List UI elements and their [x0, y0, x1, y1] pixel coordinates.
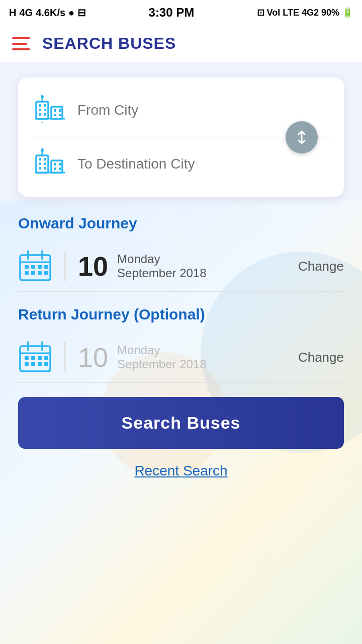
svg-rect-36 [25, 265, 29, 269]
return-journey-section: Return Journey (Optional) 10 Monday [18, 306, 344, 383]
sim-icon: ⊟ [77, 7, 86, 19]
recent-search-link[interactable]: Recent Search [18, 463, 344, 479]
return-date-day: 10 [78, 342, 108, 373]
return-date-info: Monday September 2018 [117, 343, 206, 371]
swap-icon [294, 129, 310, 145]
onward-date-weekday: Monday [117, 252, 206, 266]
return-journey-label: Return Journey (Optional) [18, 306, 344, 323]
svg-rect-25 [59, 163, 61, 166]
network-icon: 4G [19, 7, 33, 19]
svg-rect-21 [44, 163, 46, 165]
svg-rect-52 [25, 362, 29, 366]
svg-rect-55 [44, 362, 48, 366]
page-title: SEARCH BUSES [42, 34, 176, 53]
svg-rect-7 [44, 113, 46, 116]
svg-rect-10 [54, 114, 56, 116]
onward-calendar-icon [18, 249, 52, 283]
hamburger-menu[interactable] [12, 37, 30, 50]
swap-cities-button[interactable] [286, 121, 318, 153]
status-time: 3:30 PM [149, 6, 195, 20]
svg-rect-26 [54, 168, 56, 170]
svg-rect-2 [39, 104, 41, 107]
battery-text: ⊡ Vol LTE 4G2 90% 🔋 [257, 7, 353, 18]
svg-rect-11 [59, 114, 61, 116]
signal-icon: H [9, 7, 16, 19]
onward-date-month: September 2018 [117, 266, 206, 280]
svg-rect-8 [54, 109, 56, 112]
speed-text: 4.6K/s [36, 7, 65, 19]
to-city-row [32, 137, 330, 182]
svg-rect-50 [38, 356, 42, 360]
svg-rect-6 [39, 113, 41, 116]
svg-rect-0 [36, 102, 48, 119]
svg-rect-43 [44, 271, 48, 275]
main-content: Onward Journey 10 Monday [0, 62, 362, 494]
svg-rect-53 [31, 362, 35, 366]
svg-rect-27 [59, 168, 61, 170]
status-bar: H 4G 4.6K/s ● ⊟ 3:30 PM ⊡ Vol LTE 4G2 90… [0, 0, 362, 25]
svg-rect-1 [51, 107, 62, 119]
svg-rect-40 [25, 271, 29, 275]
from-city-icon [32, 93, 67, 128]
return-calendar-icon [18, 340, 52, 374]
svg-rect-23 [44, 167, 46, 170]
return-date-month: September 2018 [117, 357, 206, 371]
onward-journey-section: Onward Journey 10 Monday [18, 215, 344, 292]
onward-date-row: 10 Monday September 2018 Change [18, 241, 344, 292]
from-city-row [32, 93, 330, 137]
svg-rect-48 [25, 356, 29, 360]
svg-rect-37 [31, 265, 35, 269]
message-icon: ● [68, 7, 74, 19]
return-date-row: 10 Monday September 2018 Change [18, 332, 344, 383]
svg-rect-54 [38, 362, 42, 366]
from-city-input[interactable] [77, 102, 330, 118]
onward-journey-label: Onward Journey [18, 215, 344, 232]
svg-rect-42 [38, 271, 42, 275]
status-left: H 4G 4.6K/s ● ⊟ [9, 7, 86, 19]
svg-rect-16 [36, 155, 48, 173]
svg-rect-38 [38, 265, 42, 269]
onward-date-day: 10 [78, 251, 108, 282]
svg-rect-5 [44, 109, 46, 111]
to-city-icon [32, 146, 67, 182]
svg-rect-49 [31, 356, 35, 360]
to-city-input[interactable] [77, 156, 330, 172]
return-date-weekday: Monday [117, 343, 206, 357]
svg-rect-3 [44, 104, 46, 107]
svg-rect-41 [31, 271, 35, 275]
svg-rect-20 [39, 163, 41, 165]
svg-rect-19 [44, 158, 46, 160]
onward-change-button[interactable]: Change [298, 259, 344, 274]
svg-rect-9 [59, 109, 61, 112]
onward-date-info: Monday September 2018 [117, 252, 206, 280]
svg-rect-39 [44, 265, 48, 269]
svg-rect-17 [51, 160, 62, 173]
svg-rect-51 [44, 356, 48, 360]
status-right: ⊡ Vol LTE 4G2 90% 🔋 [257, 7, 353, 18]
svg-rect-18 [39, 158, 41, 160]
app-header: SEARCH BUSES [0, 25, 362, 62]
search-card [18, 77, 344, 197]
return-change-button[interactable]: Change [298, 350, 344, 365]
return-date-divider [64, 342, 66, 372]
svg-rect-4 [39, 109, 41, 111]
svg-rect-24 [54, 163, 56, 166]
svg-point-13 [41, 95, 44, 98]
search-buses-button[interactable]: Search Buses [18, 397, 344, 449]
date-divider [64, 251, 66, 281]
svg-rect-22 [39, 167, 41, 170]
